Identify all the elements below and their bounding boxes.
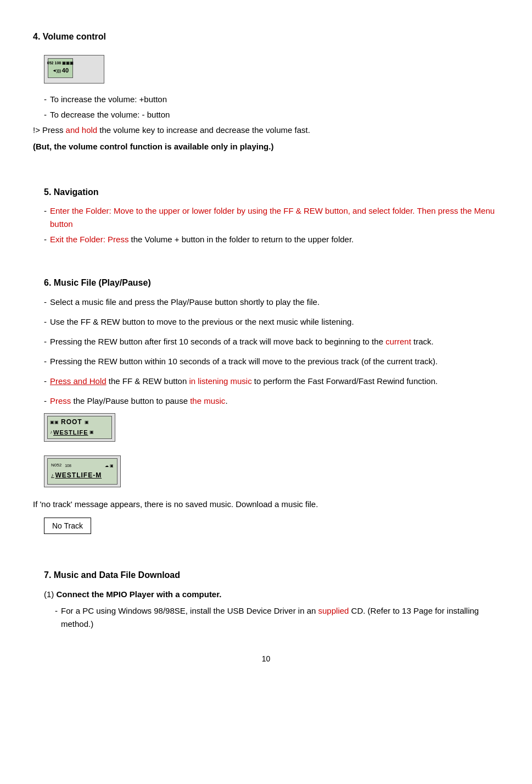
device-image-volume: 052108▣▣▣ ◄)))40 [44, 55, 104, 84]
dash-icon: - [44, 204, 47, 231]
download-sub1: (1) Connect the MPIO Player with a compu… [44, 588, 499, 601]
navigation-item2: - Exit the Folder: Press the Volume + bu… [44, 233, 499, 246]
no-track-box: No Track [44, 518, 91, 534]
dash-icon: - [44, 108, 47, 121]
navigation-item1: - Enter the Folder: Move to the upper or… [44, 204, 499, 231]
dash-icon: - [55, 604, 58, 631]
music-item3: - Pressing the REW button after first 10… [44, 335, 499, 348]
dash-icon: - [44, 315, 47, 329]
dash-icon: - [44, 296, 47, 309]
device-image-root: ▣▣ ROOT ▣ ♪ WESTLIFE ▣ [44, 413, 499, 446]
section-title-navigation: 5. Navigation [44, 185, 499, 199]
dash-icon: - [44, 394, 47, 408]
music-item1: - Select a music file and press the Play… [44, 296, 499, 309]
section-title-download: 7. Music and Data File Download [44, 568, 499, 582]
volume-decrease-item: - To decrease the volume: - button [44, 108, 499, 121]
exclaim-note: !> Press and hold the volume key to incr… [33, 124, 499, 137]
music-item5: - Press and Hold the FF & REW button in … [44, 375, 499, 388]
navigation-section: 5. Navigation - Enter the Folder: Move t… [33, 185, 499, 247]
music-file-section: 6. Music File (Play/Pause) - Select a mu… [33, 276, 499, 538]
section-title-volume: 4. Volume control [33, 30, 499, 44]
dash-icon: - [44, 233, 47, 246]
music-item6: - Press the Play/Pause button to pause t… [44, 394, 499, 408]
volume-bold-note: (But, the volume control function is ava… [33, 140, 499, 153]
download-section: 7. Music and Data File Download (1) Conn… [33, 568, 499, 631]
volume-increase-item: - To increase the volume: +button [44, 93, 499, 106]
music-item2: - Use the FF & REW button to move to the… [44, 315, 499, 329]
volume-control-section: 4. Volume control 052108▣▣▣ ◄)))40 - To … [33, 30, 499, 153]
device-image-playing: N052108☁ ▣ ♪WESTLIFE-M [44, 455, 499, 491]
page-number: 10 [33, 653, 499, 665]
dash-icon: - [44, 335, 47, 348]
dash-icon: - [44, 355, 47, 368]
no-track-note: If 'no track' message appears, there is … [33, 498, 499, 511]
dash-icon: - [44, 375, 47, 388]
dash-icon: - [44, 93, 47, 106]
section-title-music: 6. Music File (Play/Pause) [44, 276, 499, 290]
download-item1: - For a PC using Windows 98/98SE, instal… [55, 604, 499, 631]
music-item4: - Pressing the REW button within 10 seco… [44, 355, 499, 368]
